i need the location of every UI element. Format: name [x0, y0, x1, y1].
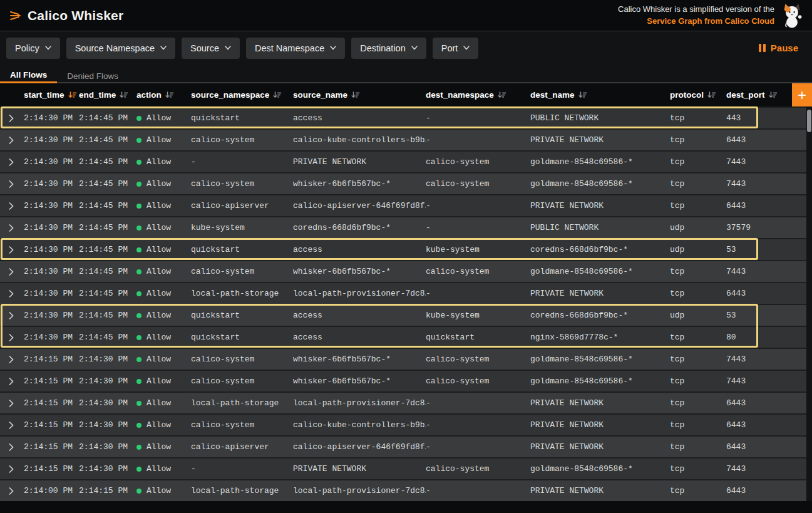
- cell-dest-port: 80: [726, 333, 806, 342]
- flow-row[interactable]: 2:14:15 PM 2:14:30 PM Allow calico-syste…: [0, 348, 806, 370]
- cell-dest-namespace: -: [426, 442, 530, 452]
- expand-chevron-icon[interactable]: [9, 378, 24, 385]
- column-header-source_name[interactable]: source_name: [293, 90, 426, 100]
- filter-dropdown-policy[interactable]: Policy: [6, 38, 60, 59]
- expand-chevron-icon[interactable]: [9, 246, 24, 254]
- filter-dropdown-destination[interactable]: Destination: [351, 38, 426, 59]
- service-graph-link[interactable]: Service Graph from Calico Cloud: [618, 16, 774, 28]
- flow-row[interactable]: 2:14:15 PM 2:14:30 PM Allow calico-apise…: [0, 435, 806, 457]
- cell-end-time: 2:14:30 PM: [79, 464, 136, 474]
- sort-desc-icon: [351, 91, 360, 100]
- cell-end-time: 2:14:30 PM: [79, 355, 136, 364]
- column-header-dest_name[interactable]: dest_name: [530, 90, 670, 100]
- flow-row[interactable]: 2:14:30 PM 2:14:45 PM Allow quickstart a…: [0, 106, 806, 128]
- expand-chevron-icon[interactable]: [9, 487, 24, 495]
- expand-chevron-icon[interactable]: [9, 224, 24, 232]
- flow-row[interactable]: 2:14:30 PM 2:14:45 PM Allow quickstart a…: [0, 238, 806, 260]
- sort-desc-icon: [165, 91, 174, 100]
- flow-row[interactable]: 2:14:30 PM 2:14:45 PM Allow - PRIVATE NE…: [0, 150, 806, 172]
- cell-source-namespace: quickstart: [191, 113, 293, 123]
- cell-end-time: 2:14:15 PM: [79, 486, 136, 495]
- expand-chevron-icon[interactable]: [9, 334, 24, 341]
- cell-dest-namespace: calico-system: [426, 464, 530, 474]
- cell-action: Allow: [136, 376, 191, 386]
- cell-start-time: 2:14:30 PM: [24, 223, 79, 232]
- cell-dest-name: goldmane-8548c69586-*: [530, 179, 670, 189]
- flow-row[interactable]: 2:14:30 PM 2:14:45 PM Allow kube-system …: [0, 216, 806, 238]
- expand-chevron-icon[interactable]: [9, 115, 24, 122]
- expand-chevron-icon[interactable]: [9, 356, 24, 363]
- expand-chevron-icon[interactable]: [9, 290, 24, 298]
- column-header-source_namespace[interactable]: source_namespace: [191, 90, 293, 100]
- cell-dest-name: PRIVATE NETWORK: [530, 135, 670, 145]
- cell-protocol: tcp: [670, 420, 726, 430]
- sort-desc-icon: [707, 91, 716, 100]
- tab-all-flows[interactable]: All Flows: [0, 65, 57, 83]
- flow-row[interactable]: 2:14:15 PM 2:14:30 PM Allow local-path-s…: [0, 391, 806, 413]
- column-header-start_time[interactable]: start_time: [24, 90, 79, 100]
- flow-row[interactable]: 2:14:30 PM 2:14:45 PM Allow quickstart a…: [0, 304, 806, 326]
- expand-chevron-icon[interactable]: [9, 202, 24, 210]
- cell-source-name: whisker-6b6fb567bc-*: [293, 376, 426, 386]
- cell-start-time: 2:14:15 PM: [24, 464, 79, 474]
- cell-source-name: access: [293, 333, 426, 342]
- cell-source-namespace: kube-system: [191, 223, 293, 232]
- cell-source-name: calico-kube-controllers-b9b…: [293, 135, 426, 145]
- flow-row[interactable]: 2:14:30 PM 2:14:45 PM Allow quickstart a…: [0, 326, 806, 348]
- cell-dest-namespace: -: [426, 289, 530, 298]
- cell-dest-namespace: -: [426, 398, 530, 408]
- cell-dest-namespace: calico-system: [426, 376, 530, 386]
- flow-row[interactable]: 2:14:30 PM 2:14:45 PM Allow calico-syste…: [0, 128, 806, 150]
- flow-row[interactable]: 2:14:30 PM 2:14:45 PM Allow calico-syste…: [0, 260, 806, 282]
- filter-dropdown-dest-namespace[interactable]: Dest Namespace: [246, 38, 345, 59]
- bottom-scroll-area: [0, 501, 812, 513]
- cell-start-time: 2:14:30 PM: [24, 289, 79, 298]
- expand-chevron-icon[interactable]: [9, 443, 24, 451]
- expand-chevron-icon[interactable]: [9, 400, 24, 407]
- cell-source-name: local-path-provisioner-7dc8…: [293, 398, 426, 408]
- allow-status-dot: [136, 379, 141, 384]
- cell-action: Allow: [136, 464, 191, 474]
- pause-button[interactable]: Pause: [759, 43, 798, 53]
- cell-dest-namespace: calico-system: [426, 179, 530, 189]
- flow-row[interactable]: 2:14:30 PM 2:14:45 PM Allow calico-syste…: [0, 172, 806, 194]
- expand-chevron-icon[interactable]: [9, 180, 24, 188]
- allow-status-dot: [136, 445, 141, 450]
- cell-dest-name: goldmane-8548c69586-*: [530, 267, 670, 276]
- flow-row[interactable]: 2:14:15 PM 2:14:30 PM Allow calico-syste…: [0, 370, 806, 391]
- expand-chevron-icon[interactable]: [9, 137, 24, 144]
- vertical-scrollbar-track[interactable]: [806, 106, 812, 501]
- cell-dest-name: PRIVATE NETWORK: [530, 442, 670, 452]
- flow-row[interactable]: 2:14:15 PM 2:14:30 PM Allow calico-syste…: [0, 413, 806, 435]
- allow-status-dot: [136, 138, 141, 143]
- cell-end-time: 2:14:45 PM: [79, 179, 136, 189]
- flow-row[interactable]: 2:14:30 PM 2:14:45 PM Allow local-path-s…: [0, 282, 806, 304]
- cell-dest-port: 6443: [726, 201, 806, 210]
- expand-chevron-icon[interactable]: [9, 465, 24, 473]
- column-header-protocol[interactable]: protocol: [670, 90, 726, 100]
- expand-chevron-icon[interactable]: [9, 268, 24, 276]
- filter-dropdown-source[interactable]: Source: [182, 38, 240, 59]
- expand-chevron-icon[interactable]: [9, 158, 24, 166]
- cell-end-time: 2:14:45 PM: [79, 333, 136, 342]
- cell-protocol: tcp: [670, 113, 726, 123]
- column-header-dest_namespace[interactable]: dest_namespace: [426, 90, 530, 100]
- filter-dropdown-source-namespace[interactable]: Source Namespace: [66, 38, 175, 59]
- column-header-action[interactable]: action: [136, 90, 191, 100]
- cell-dest-namespace: -: [426, 113, 530, 123]
- cell-dest-name: PUBLIC NETWORK: [530, 223, 670, 232]
- flow-row[interactable]: 2:14:30 PM 2:14:45 PM Allow calico-apise…: [0, 194, 806, 216]
- cell-start-time: 2:14:15 PM: [24, 398, 79, 408]
- cell-end-time: 2:14:45 PM: [79, 267, 136, 276]
- add-column-button[interactable]: +: [792, 83, 812, 106]
- expand-chevron-icon[interactable]: [9, 312, 24, 319]
- flow-row[interactable]: 2:14:15 PM 2:14:30 PM Allow - PRIVATE NE…: [0, 457, 806, 479]
- vertical-scrollbar-thumb[interactable]: [807, 110, 811, 132]
- filter-dropdown-port[interactable]: Port: [433, 38, 479, 59]
- column-header-end_time[interactable]: end_time: [79, 90, 136, 100]
- tab-denied-flows[interactable]: Denied Flows: [57, 65, 128, 83]
- cell-dest-namespace: kube-system: [426, 245, 530, 254]
- flow-row[interactable]: 2:14:00 PM 2:14:15 PM Allow local-path-s…: [0, 479, 806, 501]
- expand-chevron-icon[interactable]: [9, 422, 24, 429]
- allow-status-dot: [136, 313, 141, 318]
